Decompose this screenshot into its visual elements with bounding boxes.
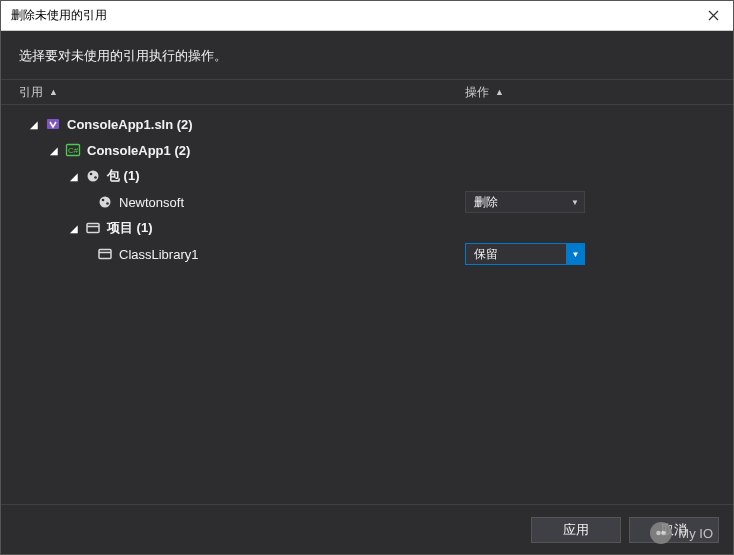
svg-point-6 [100, 197, 111, 208]
package-item-label: Newtonsoft [119, 195, 184, 210]
chevron-down-icon: ▼ [566, 192, 584, 212]
titlebar: 删除未使用的引用 [1, 1, 733, 31]
combo-value: 删除 [466, 194, 566, 211]
sort-asc-icon: ▲ [49, 87, 58, 97]
svg-point-4 [90, 173, 93, 176]
combo-value: 保留 [466, 246, 566, 263]
svg-rect-9 [87, 224, 99, 233]
close-button[interactable] [693, 1, 733, 31]
tree-row-package-item[interactable]: Newtonsoft 删除 ▼ [1, 189, 733, 215]
expander-icon[interactable]: ◢ [69, 223, 79, 233]
project-item-label: ClassLibrary1 [119, 247, 198, 262]
solution-icon [45, 116, 61, 132]
svg-rect-11 [99, 250, 111, 259]
tree-row-packages[interactable]: ◢ 包 (1) [1, 163, 733, 189]
tree-row-solution[interactable]: ◢ ConsoleApp1.sln (2) [1, 111, 733, 137]
column-reference-label: 引用 [19, 84, 43, 101]
svg-point-3 [88, 171, 99, 182]
expander-icon[interactable]: ◢ [69, 171, 79, 181]
sort-asc-icon: ▲ [495, 87, 504, 97]
project-label: ConsoleApp1 (2) [87, 143, 190, 158]
expander-icon[interactable]: ◢ [29, 119, 39, 129]
svg-text:C#: C# [68, 146, 79, 155]
project-ref-icon [97, 246, 113, 262]
column-action[interactable]: 操作 ▲ [465, 84, 733, 101]
packages-label: 包 (1) [107, 167, 140, 185]
column-reference[interactable]: 引用 ▲ [1, 84, 465, 101]
dialog-footer: 应用 取消 [1, 504, 733, 554]
project-group-icon [85, 220, 101, 236]
cancel-label: 取消 [661, 521, 687, 539]
expander-icon[interactable]: ◢ [49, 145, 59, 155]
dialog-title: 删除未使用的引用 [11, 7, 693, 24]
action-combo-keep[interactable]: 保留 ▼ [465, 243, 585, 265]
svg-point-5 [94, 176, 97, 179]
column-action-label: 操作 [465, 84, 489, 101]
apply-button[interactable]: 应用 [531, 517, 621, 543]
tree-row-project-item[interactable]: ClassLibrary1 保留 ▼ [1, 241, 733, 267]
apply-label: 应用 [563, 521, 589, 539]
column-headers: 引用 ▲ 操作 ▲ [1, 79, 733, 105]
svg-point-8 [106, 202, 109, 205]
tree-row-project[interactable]: ◢ C# ConsoleApp1 (2) [1, 137, 733, 163]
action-combo-delete[interactable]: 删除 ▼ [465, 191, 585, 213]
cancel-button[interactable]: 取消 [629, 517, 719, 543]
package-group-icon [85, 168, 101, 184]
reference-tree: ◢ ConsoleApp1.sln (2) ◢ C# ConsoleApp1 (… [1, 105, 733, 267]
svg-point-7 [102, 199, 105, 202]
solution-label: ConsoleApp1.sln (2) [67, 117, 193, 132]
dialog-subtitle: 选择要对未使用的引用执行的操作。 [1, 31, 733, 79]
projects-label: 项目 (1) [107, 219, 153, 237]
package-icon [97, 194, 113, 210]
csharp-project-icon: C# [65, 142, 81, 158]
chevron-down-icon: ▼ [566, 244, 584, 264]
tree-row-projects[interactable]: ◢ 项目 (1) [1, 215, 733, 241]
